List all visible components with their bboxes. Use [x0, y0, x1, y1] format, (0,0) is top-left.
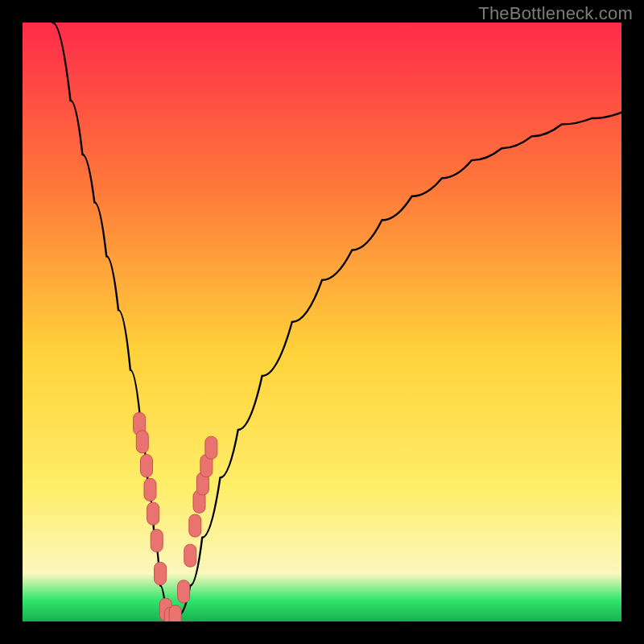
marker-point — [184, 544, 196, 567]
marker-point — [141, 455, 153, 477]
chart-background — [23, 23, 621, 621]
marker-point — [151, 530, 163, 552]
marker-point — [169, 605, 181, 621]
marker-point — [144, 478, 156, 501]
marker-point — [147, 502, 159, 525]
marker-point — [155, 563, 167, 585]
marker-point — [189, 514, 201, 537]
watermark-text: TheBottleneck.com — [478, 3, 633, 24]
chart-frame — [23, 23, 621, 621]
marker-point — [178, 580, 190, 603]
bottleneck-chart — [23, 23, 621, 621]
marker-point — [205, 436, 217, 459]
marker-point — [136, 431, 148, 453]
